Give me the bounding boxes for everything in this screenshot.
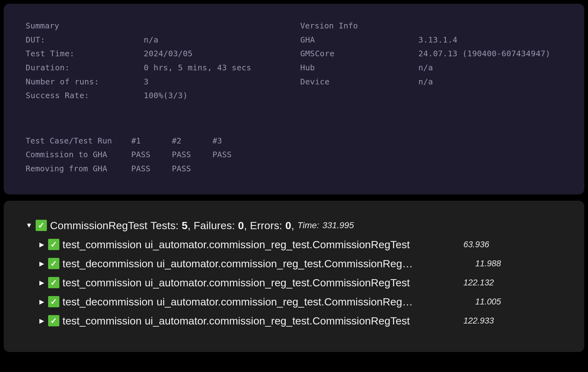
summary-row-dut: DUT: n/a [26,33,288,47]
summary-value: 3 [144,75,149,89]
chevron-down-icon[interactable] [26,221,32,229]
version-title: Version Info [300,19,562,33]
test-name: test_decommission [62,258,153,270]
runs-row-commission: Commission to GHA PASS PASS PASS [26,148,562,162]
runs-cell: PASS [131,148,172,162]
summary-column: Summary DUT: n/a Test Time: 2024/03/05 D… [26,19,288,103]
stats-failures-label: Failures: [194,219,235,231]
runs-cell [212,162,253,176]
suite-time-label: Time: [297,220,319,230]
summary-value: 2024/03/05 [144,47,193,61]
version-row-device: Device n/a [300,75,562,89]
test-name: test_commission [62,315,142,327]
runs-row-name: Commission to GHA [26,148,131,162]
version-label: GMSCore [300,47,418,61]
version-value: n/a [418,75,433,89]
suite-stats: Tests: 5, Failures: 0, Errors: 0, [151,219,294,232]
chevron-right-icon[interactable] [38,298,45,305]
runs-row-name: Removing from GHA [26,162,131,176]
summary-title: Summary [26,19,288,33]
runs-cell: PASS [172,162,212,176]
info-grid: Summary DUT: n/a Test Time: 2024/03/05 D… [26,19,562,103]
summary-row-duration: Duration: 0 hrs, 5 mins, 43 secs [26,61,288,75]
version-row-gmscore: GMSCore 24.07.13 (190400-607434947) [300,47,562,61]
summary-label: Test Time: [26,47,144,61]
summary-value: 0 hrs, 5 mins, 43 secs [144,61,251,75]
version-row-gha: GHA 3.13.1.4 [300,33,562,47]
check-icon [48,277,59,288]
runs-row-removing: Removing from GHA PASS PASS [26,162,562,176]
test-path: ui_automator.commission_reg_test.Commiss… [145,277,457,289]
version-label: Device [300,75,418,89]
summary-label: Success Rate: [26,88,144,103]
check-icon [48,258,59,269]
summary-row-runs: Number of runs: 3 [26,75,288,89]
stats-errors-value: 0 [285,219,291,231]
version-row-hub: Hub n/a [300,61,562,75]
tree-child-row[interactable]: test_decommission ui_automator.commissio… [38,258,562,270]
test-time: 122.132 [463,278,494,288]
version-label: Hub [300,61,418,75]
summary-panel: Summary DUT: n/a Test Time: 2024/03/05 D… [4,4,584,194]
stats-tests-label: Tests: [151,219,179,231]
summary-label: Number of runs: [26,75,144,89]
runs-cell: PASS [172,148,212,162]
runs-cell: PASS [131,162,172,176]
test-tree-panel: CommissionRegTest Tests: 5, Failures: 0,… [4,201,584,352]
tree-child-row[interactable]: test_decommission ui_automator.commissio… [38,296,562,308]
summary-label: DUT: [26,33,144,47]
summary-row-test-time: Test Time: 2024/03/05 [26,47,288,61]
runs-header-name: Test Case/Test Run [26,134,131,148]
check-icon [48,239,59,250]
check-icon [48,296,59,307]
chevron-right-icon[interactable] [38,317,45,324]
version-value: 3.13.1.4 [418,33,457,47]
chevron-right-icon[interactable] [38,241,45,248]
tree-child-row[interactable]: test_commission ui_automator.commission_… [38,315,562,327]
stats-errors-label: Errors: [250,219,282,231]
summary-value: 100%(3/3) [144,88,188,103]
stats-failures-value: 0 [238,219,244,231]
test-path: ui_automator.commission_reg_test.Commiss… [157,258,469,270]
version-value: n/a [418,61,433,75]
runs-header-col-2: #2 [172,134,212,148]
chevron-right-icon[interactable] [38,279,45,286]
tree-child-row[interactable]: test_commission ui_automator.commission_… [38,239,562,251]
runs-header-col-3: #3 [212,134,253,148]
suite-time-value: 331.995 [322,220,354,230]
stats-tests-value: 5 [182,219,187,231]
version-value: 24.07.13 (190400-607434947) [418,47,551,61]
test-time: 11.988 [475,259,501,269]
runs-cell: PASS [212,148,253,162]
test-path: ui_automator.commission_reg_test.Commiss… [145,239,457,251]
version-column: Version Info GHA 3.13.1.4 GMSCore 24.07.… [300,19,562,103]
runs-header-row: Test Case/Test Run #1 #2 #3 [26,134,562,148]
runs-header-col-1: #1 [131,134,172,148]
version-label: GHA [300,33,418,47]
test-time: 11.005 [475,297,501,307]
tree-root-row[interactable]: CommissionRegTest Tests: 5, Failures: 0,… [26,219,562,232]
chevron-right-icon[interactable] [38,260,45,267]
summary-value: n/a [144,33,158,47]
summary-label: Duration: [26,61,144,75]
suite-name: CommissionRegTest [50,219,147,232]
test-time: 122.933 [463,316,494,326]
runs-table: Test Case/Test Run #1 #2 #3 Commission t… [26,134,562,176]
test-name: test_commission [62,239,142,251]
test-name: test_decommission [62,296,153,308]
test-path: ui_automator.commission_reg_test.Commiss… [145,315,457,327]
test-path: ui_automator.commission_reg_test.Commiss… [157,296,469,308]
check-icon [48,315,59,326]
summary-row-success-rate: Success Rate: 100%(3/3) [26,88,288,103]
tree-child-row[interactable]: test_commission ui_automator.commission_… [38,277,562,289]
test-time: 63.936 [463,240,489,249]
check-icon [36,220,47,231]
test-name: test_commission [62,277,142,289]
